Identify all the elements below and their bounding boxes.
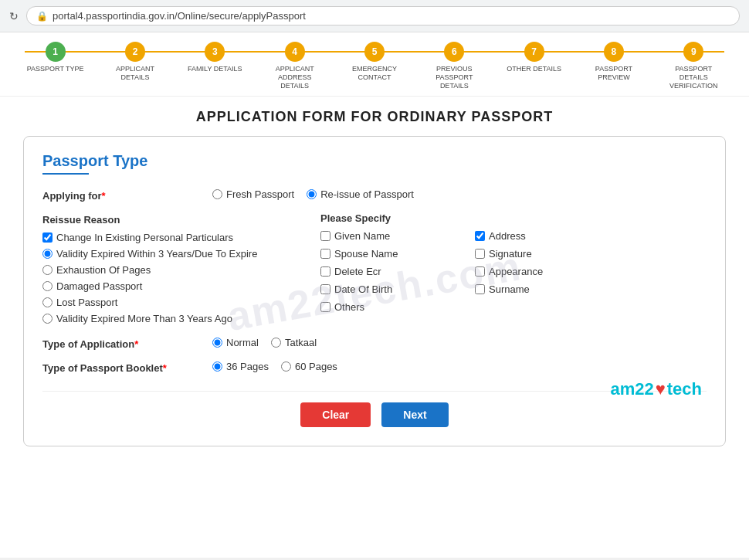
60pages-option[interactable]: 60 Pages xyxy=(281,361,337,372)
surname-checkbox[interactable] xyxy=(475,284,485,294)
validity-3-option[interactable]: Validity Expired Within 3 Years/Due To E… xyxy=(42,248,320,260)
step-circle-8: 8 xyxy=(604,42,624,62)
step-6[interactable]: 6 PREVIOUS PASSPORT DETAILS xyxy=(415,42,494,90)
validity-more-3-radio[interactable] xyxy=(42,314,53,324)
change-personal-option[interactable]: Change In Existing Personal Particulars xyxy=(42,232,320,243)
reissue-passport-radio[interactable] xyxy=(307,189,317,199)
step-circle-3: 3 xyxy=(205,42,225,62)
step-circle-5: 5 xyxy=(364,42,385,62)
address-label: Address xyxy=(489,230,526,242)
signature-option[interactable]: Signature xyxy=(475,248,598,260)
reissue-reason-label: Reissue Reason xyxy=(42,212,320,226)
spouse-name-option[interactable]: Spouse Name xyxy=(320,248,444,260)
step-5[interactable]: 5 EMERGENCY CONTACT xyxy=(334,42,414,82)
surname-label: Surname xyxy=(489,283,530,295)
please-specify-section: Given Name Spouse Name Delete Ecr xyxy=(320,230,707,313)
url-text: portal4.passportindia.gov.in/Online/secu… xyxy=(53,10,306,22)
surname-option[interactable]: Surname xyxy=(475,283,598,295)
step-1[interactable]: 1 PASSPORT TYPE xyxy=(15,42,95,73)
delete-ecr-option[interactable]: Delete Ecr xyxy=(320,266,444,277)
tatkaal-option[interactable]: Tatkaal xyxy=(271,337,317,348)
date-of-birth-option[interactable]: Date Of Birth xyxy=(320,283,444,295)
36pages-radio[interactable] xyxy=(212,361,222,372)
reissue-passport-option[interactable]: Re-issue of Passport xyxy=(307,188,414,200)
step-circle-1: 1 xyxy=(46,42,66,62)
step-circle-9: 9 xyxy=(683,42,703,62)
step-3[interactable]: 3 FAMILY DETAILS xyxy=(175,42,255,73)
lock-icon: 🔒 xyxy=(36,11,48,22)
type-of-booklet-row: Type of Passport Booklet* 36 Pages 60 Pa… xyxy=(42,361,707,374)
clear-button[interactable]: Clear xyxy=(300,402,371,427)
validity-3-label: Validity Expired Within 3 Years/Due To E… xyxy=(56,248,257,260)
step-label-6: PREVIOUS PASSPORT DETAILS xyxy=(423,65,485,90)
change-personal-checkbox[interactable] xyxy=(42,232,53,243)
36pages-option[interactable]: 36 Pages xyxy=(212,361,269,372)
normal-option[interactable]: Normal xyxy=(212,337,259,348)
applying-for-options: Fresh Passport Re-issue of Passport xyxy=(212,188,414,200)
fresh-passport-option[interactable]: Fresh Passport xyxy=(212,188,294,200)
delete-ecr-checkbox[interactable] xyxy=(320,266,330,277)
appearance-checkbox[interactable] xyxy=(475,266,485,277)
tatkaal-label: Tatkaal xyxy=(285,337,317,348)
reissue-reasons: Change In Existing Personal Particulars … xyxy=(42,232,320,324)
next-button[interactable]: Next xyxy=(381,402,448,427)
type-of-booklet-label: Type of Passport Booklet* xyxy=(42,361,212,374)
damaged-option[interactable]: Damaged Passport xyxy=(42,280,320,292)
step-8[interactable]: 8 PASSPORT PREVIEW xyxy=(574,42,653,82)
lost-radio[interactable] xyxy=(42,297,53,307)
exhaustion-radio[interactable] xyxy=(42,265,53,275)
spouse-name-checkbox[interactable] xyxy=(320,249,330,259)
step-9[interactable]: 9 PASSPORT DETAILS VERIFICATION xyxy=(654,42,734,90)
reissue-section: Reissue Reason Change In Existing Person… xyxy=(42,212,707,324)
please-specify-col1: Given Name Spouse Name Delete Ecr xyxy=(320,230,444,313)
given-name-option[interactable]: Given Name xyxy=(320,230,444,242)
branding: am22 ♥ tech xyxy=(610,379,702,399)
tatkaal-radio[interactable] xyxy=(271,338,281,348)
applying-for-row: Applying for* Fresh Passport Re-issue of… xyxy=(42,188,707,202)
browser-bar: ↻ 🔒 portal4.passportindia.gov.in/Online/… xyxy=(0,0,749,32)
type-of-application-options: Normal Tatkaal xyxy=(212,337,317,348)
lost-option[interactable]: Lost Passport xyxy=(42,297,320,308)
step-7[interactable]: 7 OTHER DETAILS xyxy=(494,42,574,73)
date-of-birth-checkbox[interactable] xyxy=(320,284,330,294)
exhaustion-label: Exhaustion Of Pages xyxy=(56,264,151,276)
step-label-7: OTHER DETAILS xyxy=(507,65,561,73)
fresh-passport-radio[interactable] xyxy=(212,189,222,199)
step-4[interactable]: 4 APPLICANT ADDRESS DETAILS xyxy=(255,42,334,90)
normal-radio[interactable] xyxy=(212,338,222,348)
address-checkbox[interactable] xyxy=(475,231,485,241)
step-circle-2: 2 xyxy=(125,42,145,62)
reissue-passport-label: Re-issue of Passport xyxy=(320,188,414,200)
validity-3-radio[interactable] xyxy=(42,249,53,259)
step-2[interactable]: 2 APPLICANT DETAILS xyxy=(95,42,175,82)
validity-more-3-option[interactable]: Validity Expired More Than 3 Years Ago xyxy=(42,313,320,324)
delete-ecr-label: Delete Ecr xyxy=(334,266,381,277)
60pages-label: 60 Pages xyxy=(295,361,337,372)
exhaustion-option[interactable]: Exhaustion Of Pages xyxy=(42,264,320,276)
page-title: APPLICATION FORM FOR ORDINARY PASSPORT xyxy=(23,109,726,125)
page: 1 PASSPORT TYPE 2 APPLICANT DETAILS 3 FA… xyxy=(0,32,749,558)
change-personal-label: Change In Existing Personal Particulars xyxy=(56,232,233,243)
others-checkbox[interactable] xyxy=(320,302,330,312)
type-of-application-row: Type of Application* Normal Tatkaal xyxy=(42,337,707,350)
given-name-checkbox[interactable] xyxy=(320,231,330,241)
appearance-label: Appearance xyxy=(489,266,543,277)
reissue-left: Reissue Reason Change In Existing Person… xyxy=(42,212,320,324)
damaged-radio[interactable] xyxy=(42,281,53,291)
section-title: Passport Type xyxy=(42,152,707,170)
main-content: APPLICATION FORM FOR ORDINARY PASSPORT a… xyxy=(0,97,749,462)
step-circle-6: 6 xyxy=(444,42,464,62)
refresh-icon[interactable]: ↻ xyxy=(9,10,19,22)
36pages-label: 36 Pages xyxy=(226,361,269,372)
branding-text-before: am22 xyxy=(610,379,653,399)
address-option[interactable]: Address xyxy=(475,230,598,242)
form-card: am22tech.com Passport Type Applying for*… xyxy=(23,136,726,446)
appearance-option[interactable]: Appearance xyxy=(475,266,598,277)
others-option[interactable]: Others xyxy=(320,301,444,313)
steps-container: 1 PASSPORT TYPE 2 APPLICANT DETAILS 3 FA… xyxy=(15,42,734,90)
60pages-radio[interactable] xyxy=(281,361,291,372)
step-label-5: EMERGENCY CONTACT xyxy=(344,65,405,82)
signature-checkbox[interactable] xyxy=(475,249,485,259)
type-of-booklet-options: 36 Pages 60 Pages xyxy=(212,361,337,372)
step-label-9: PASSPORT DETAILS VERIFICATION xyxy=(663,65,724,90)
